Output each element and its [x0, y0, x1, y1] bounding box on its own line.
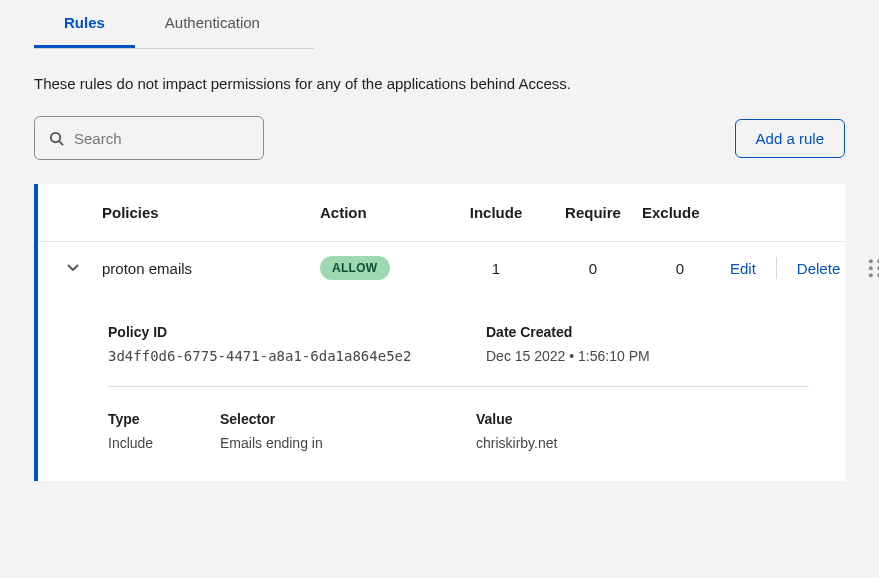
description-text: These rules do not impact permissions fo…	[34, 75, 845, 92]
divider	[776, 257, 777, 279]
column-header-exclude: Exclude	[642, 204, 718, 221]
tab-authentication[interactable]: Authentication	[135, 0, 290, 48]
action-badge: ALLOW	[320, 256, 390, 280]
value-label: Value	[476, 411, 809, 427]
date-created-label: Date Created	[486, 324, 809, 340]
search-input[interactable]	[74, 130, 249, 147]
delete-button[interactable]: Delete	[785, 260, 852, 277]
tabs: Rules Authentication	[34, 0, 314, 49]
divider	[108, 386, 809, 387]
edit-button[interactable]: Edit	[718, 260, 768, 277]
column-header-policies: Policies	[102, 204, 320, 221]
svg-point-2	[869, 259, 873, 263]
add-rule-button[interactable]: Add a rule	[735, 119, 845, 158]
svg-point-0	[51, 132, 60, 141]
value-value: chriskirby.net	[476, 435, 809, 451]
policy-id-label: Policy ID	[108, 324, 476, 340]
date-created-value: Dec 15 2022 • 1:56:10 PM	[486, 348, 809, 364]
rules-table: Policies Action Include Require Exclude …	[34, 184, 845, 481]
include-count: 1	[448, 260, 544, 277]
type-label: Type	[108, 411, 220, 427]
column-header-include: Include	[448, 204, 544, 221]
svg-line-1	[59, 141, 63, 145]
search-icon	[49, 131, 64, 146]
type-value: Include	[108, 435, 220, 451]
policy-details: Policy ID 3d4ff0d6-6775-4471-a8a1-6da1a8…	[38, 294, 845, 481]
selector-value: Emails ending in	[220, 435, 476, 451]
selector-label: Selector	[220, 411, 476, 427]
column-header-action: Action	[320, 204, 448, 221]
policy-id-value: 3d4ff0d6-6775-4471-a8a1-6da1a864e5e2	[108, 348, 476, 364]
svg-point-4	[869, 266, 873, 270]
require-count: 0	[544, 260, 642, 277]
svg-point-6	[869, 273, 873, 277]
chevron-down-icon[interactable]	[66, 260, 80, 274]
drag-handle-icon[interactable]	[868, 259, 879, 277]
toolbar: Add a rule	[34, 116, 845, 160]
exclude-count: 0	[642, 260, 718, 277]
policy-name: proton emails	[102, 260, 320, 277]
table-header: Policies Action Include Require Exclude	[38, 184, 845, 241]
search-input-wrapper[interactable]	[34, 116, 264, 160]
table-row: proton emails ALLOW 1 0 0 Edit Delete	[38, 241, 845, 294]
tab-rules[interactable]: Rules	[34, 0, 135, 48]
column-header-require: Require	[544, 204, 642, 221]
